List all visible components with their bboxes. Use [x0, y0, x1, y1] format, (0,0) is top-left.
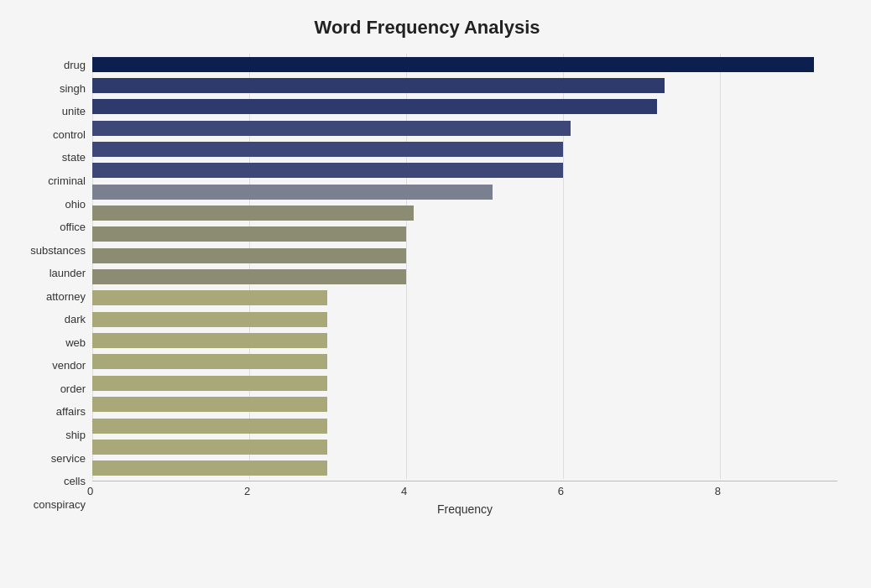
y-label: unite — [62, 102, 86, 121]
y-label: dark — [65, 310, 86, 329]
y-label: affairs — [56, 403, 86, 421]
bar-service — [92, 419, 327, 434]
bar-cells — [92, 440, 327, 455]
x-tick: 8 — [715, 485, 721, 497]
bar-row — [92, 331, 837, 350]
bar-row — [92, 76, 837, 95]
y-label: attorney — [46, 287, 86, 305]
y-label: control — [53, 125, 86, 143]
bar-row — [92, 417, 837, 435]
bar-row — [92, 289, 837, 307]
bars-wrapper — [92, 54, 837, 479]
y-label: substances — [30, 241, 86, 259]
bars-section: 02468 Frequency — [92, 54, 837, 516]
x-tick: 2 — [244, 485, 250, 497]
bar-row — [92, 310, 837, 329]
bar-dark — [92, 290, 327, 305]
y-labels: drugsinghunitecontrolstatecriminalohioof… — [17, 54, 92, 516]
grid-line — [406, 54, 407, 479]
chart-area: drugsinghunitecontrolstatecriminalohioof… — [17, 54, 837, 516]
bar-substances — [92, 226, 406, 242]
x-tick: 4 — [401, 485, 407, 497]
bar-singh — [92, 78, 665, 93]
bar-row — [92, 374, 837, 393]
y-label: conspiracy — [34, 495, 86, 513]
y-label: ship — [65, 426, 86, 445]
bar-launder — [92, 248, 406, 263]
bar-vendor — [92, 333, 327, 348]
bar-unite — [92, 99, 657, 114]
bar-control — [92, 121, 571, 136]
bar-affairs — [92, 376, 327, 391]
y-label: office — [60, 218, 86, 237]
x-tick: 6 — [558, 485, 564, 497]
grid-line — [563, 54, 564, 479]
grid-line — [720, 54, 721, 479]
bar-ship — [92, 397, 327, 412]
y-label: singh — [60, 79, 86, 97]
bar-attorney — [92, 269, 406, 284]
bar-row — [92, 55, 837, 74]
bar-row — [92, 438, 837, 456]
bar-web — [92, 312, 327, 327]
bar-row — [92, 225, 837, 243]
bar-state — [92, 142, 563, 157]
bar-row — [92, 395, 837, 414]
bar-row — [92, 140, 837, 159]
bar-row — [92, 268, 837, 286]
bar-conspiracy — [92, 461, 327, 476]
x-axis-label: Frequency — [92, 502, 837, 516]
bar-row — [92, 247, 837, 265]
y-label: web — [65, 333, 86, 351]
y-label: criminal — [48, 172, 86, 190]
bar-row — [92, 183, 837, 201]
y-label: ohio — [65, 195, 86, 213]
bar-ohio — [92, 185, 493, 200]
y-label: vendor — [52, 356, 86, 375]
bar-row — [92, 97, 837, 116]
bar-row — [92, 161, 837, 180]
bar-drug — [92, 57, 814, 72]
y-label: launder — [50, 264, 86, 283]
grid-line — [249, 54, 250, 479]
y-label: service — [51, 449, 86, 467]
y-label: order — [60, 379, 86, 398]
chart-container: Word Frequency Analysis drugsinghuniteco… — [0, 0, 871, 588]
bar-row — [92, 204, 837, 222]
x-tick: 0 — [87, 485, 93, 497]
chart-title: Word Frequency Analysis — [17, 17, 837, 39]
bar-row — [92, 459, 837, 477]
bar-row — [92, 119, 837, 138]
bar-office — [92, 206, 414, 221]
bar-criminal — [92, 163, 563, 178]
bar-row — [92, 352, 837, 371]
grid-line — [92, 54, 93, 479]
x-axis: 02468 — [92, 481, 837, 497]
bar-order — [92, 354, 327, 369]
y-label: state — [62, 148, 86, 167]
y-label: drug — [64, 56, 86, 75]
y-label: cells — [64, 472, 86, 491]
